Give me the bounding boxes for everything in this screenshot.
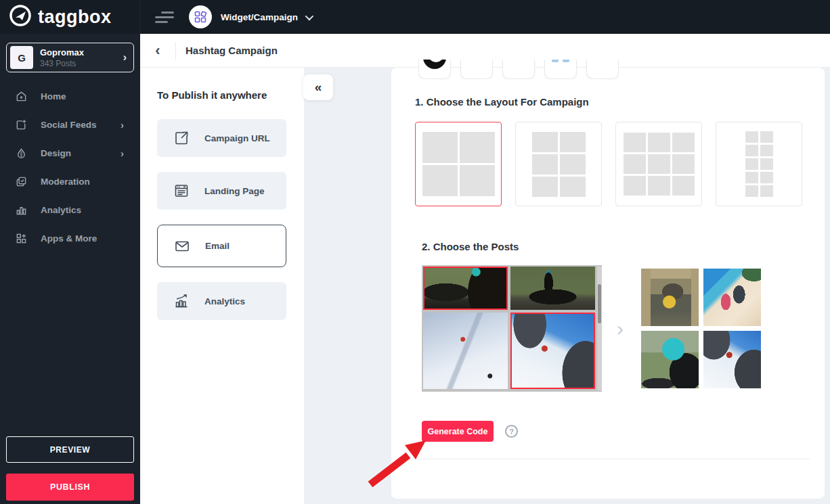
sidebar-item-label: Analytics (41, 205, 81, 215)
layout-cell (560, 154, 586, 175)
sidebar-item-analytics[interactable]: Analytics (0, 196, 140, 224)
layout-cell (422, 132, 458, 163)
network-chip-none[interactable] (502, 60, 535, 79)
sidebar-item-social-feeds[interactable]: Social Feeds› (0, 110, 140, 139)
layout-option-grid-2x5[interactable] (716, 122, 802, 206)
layout-cell (672, 176, 695, 196)
moderation-icon (15, 175, 27, 187)
layout-cell (745, 131, 758, 143)
layout-thumbnail (532, 132, 586, 197)
layout-cell (422, 165, 458, 196)
layout-cell (460, 165, 495, 196)
publish-option-label: Landing Page (204, 186, 265, 196)
layout-options-row (415, 122, 802, 206)
post-preview-thumbnail[interactable] (641, 269, 699, 326)
layout-cell (760, 158, 773, 170)
layout-option-grid-2x3[interactable] (515, 122, 602, 206)
page-title: Hashtag Campaign (185, 45, 278, 56)
layout-cell (624, 133, 646, 152)
post-thumbnail[interactable] (510, 313, 595, 389)
post-thumbnail[interactable] (423, 267, 508, 310)
layout-cell (460, 132, 495, 163)
layout-cell (745, 145, 758, 156)
header-divider (175, 42, 176, 60)
account-name: Gopromax (40, 47, 123, 58)
generate-code-button[interactable]: Generate Code (422, 421, 494, 442)
layout-cell (560, 177, 586, 197)
layout-cell (648, 176, 670, 196)
account-posts-count: 343 Posts (40, 59, 123, 68)
topbar: Widget/Campaign (140, 0, 830, 34)
campaign-card: 1. Choose the Layout For Campaign 2. Cho… (391, 68, 825, 499)
post-preview-thumbnail[interactable] (703, 269, 761, 326)
layout-cell (560, 132, 586, 152)
network-chip-dark-circle-logo[interactable] (418, 60, 451, 79)
sidebar-item-design[interactable]: Design› (0, 139, 140, 167)
layout-cell (648, 154, 670, 174)
sidebar-item-label: Design (41, 148, 71, 158)
posts-section-title: 2. Choose the Posts (422, 241, 519, 252)
sidebar-item-label: Apps & More (41, 233, 97, 244)
layout-cell (760, 185, 773, 197)
chevron-right-icon: › (123, 51, 127, 64)
post-thumbnail[interactable] (510, 267, 595, 310)
layout-cell (745, 185, 758, 197)
carousel-next-icon[interactable]: › (617, 319, 624, 339)
publish-button[interactable]: PUBLISH (6, 474, 134, 501)
chevron-down-icon[interactable] (305, 12, 313, 20)
layout-cell (760, 145, 773, 156)
scrollbar-thumb[interactable] (598, 284, 601, 323)
publish-panel: To Publish it anywhere Campaign URLLandi… (140, 68, 304, 504)
layout-cell (760, 131, 773, 143)
sidebar-item-apps-more[interactable]: Apps & More (0, 224, 140, 252)
sidebar-item-moderation[interactable]: Moderation (0, 167, 140, 196)
publish-option-landing-page[interactable]: Landing Page (157, 172, 286, 210)
network-chip-none[interactable] (460, 60, 493, 79)
brand-name: taggbox (38, 7, 112, 28)
layout-cell (672, 133, 695, 152)
post-preview-thumbnail[interactable] (703, 331, 761, 388)
landing-page-icon (173, 182, 190, 200)
layout-option-grid-2x2[interactable] (415, 122, 502, 206)
network-chip-none[interactable] (586, 60, 619, 79)
publish-panel-heading: To Publish it anywhere (157, 89, 286, 101)
sidebar: taggbox G Gopromax 343 Posts › HomeSocia… (0, 0, 140, 504)
menu-toggle-icon[interactable] (155, 12, 174, 23)
social-feeds-icon (15, 118, 27, 131)
post-picker-scrollbar[interactable] (597, 267, 602, 390)
back-button[interactable]: ‹ (140, 34, 175, 67)
layout-option-grid-3x3[interactable] (615, 122, 702, 206)
layout-cell (624, 176, 646, 196)
publish-option-email[interactable]: Email (157, 225, 286, 267)
post-thumbnail[interactable] (423, 313, 508, 389)
layout-cell (745, 158, 758, 170)
design-icon (15, 147, 27, 159)
workspace-selector[interactable]: Widget/Campaign (221, 12, 298, 22)
sidebar-item-home[interactable]: Home (0, 82, 140, 110)
network-chip-blue-logo[interactable] (544, 60, 577, 79)
layout-cell (672, 154, 695, 174)
layout-cell (532, 177, 558, 197)
layout-cell (745, 172, 758, 183)
post-preview-grid (641, 269, 761, 388)
analytics-chart-icon (173, 292, 190, 310)
brand-logo[interactable]: taggbox (0, 0, 140, 34)
post-picker-grid (422, 265, 602, 392)
layout-cell (648, 133, 670, 152)
collapse-panel-button[interactable]: « (303, 74, 333, 100)
publish-option-analytics[interactable]: Analytics (157, 282, 286, 320)
publish-option-campaign-url[interactable]: Campaign URL (157, 119, 286, 157)
sidebar-menu: HomeSocial Feeds›Design›ModerationAnalyt… (0, 82, 140, 252)
posts-area: › (422, 265, 761, 392)
network-chips-row (418, 60, 619, 79)
post-preview-thumbnail[interactable] (641, 331, 699, 388)
preview-button[interactable]: PREVIEW (6, 436, 134, 463)
layout-thumbnail (745, 131, 773, 197)
account-selector[interactable]: G Gopromax 343 Posts › (6, 43, 134, 72)
email-icon (173, 237, 191, 255)
chevron-right-icon: › (121, 119, 124, 131)
publish-option-label: Analytics (204, 296, 245, 306)
layout-section-title: 1. Choose the Layout For Campaign (415, 96, 589, 108)
widget-switcher-icon[interactable] (189, 5, 212, 28)
help-icon[interactable]: ? (505, 425, 518, 438)
